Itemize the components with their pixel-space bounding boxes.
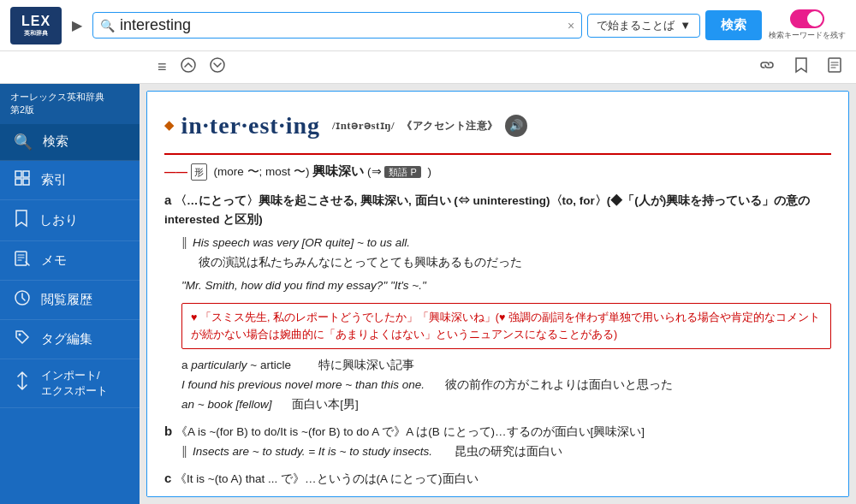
def-c-line: c 《It is ~(to A) that ... で》…というのは(A にとっ… bbox=[164, 467, 831, 489]
pos-line: —— 形 (more 〜; most 〜) 興味深い (⇒ 類語 P ) bbox=[164, 160, 831, 182]
example-5-en: an ~ book [fellow] bbox=[181, 398, 271, 411]
index-icon bbox=[14, 169, 31, 191]
search-button[interactable]: 検索 bbox=[705, 10, 762, 40]
search-input-wrapper: 🔍 × bbox=[92, 12, 582, 39]
def-a-label: a bbox=[164, 193, 171, 207]
def-c-label: c bbox=[164, 471, 171, 485]
audio-button[interactable]: 🔊 bbox=[505, 115, 527, 137]
note-text: 「スミス先生, 私のレポートどうでしたか」「興味深いね」(♥ 強調の副詞を伴わず… bbox=[191, 311, 820, 341]
example-4-en: I found his previous novel more ~ than t… bbox=[181, 378, 425, 391]
meaning-main-text: 興味深い bbox=[312, 163, 364, 178]
sidebar-title: オーレックス英和辞典 第2版 bbox=[0, 84, 140, 124]
page-button[interactable] bbox=[823, 55, 846, 80]
example-1-jp: 彼の演説は私たちみんなにとってとても興味あるものだった bbox=[199, 253, 831, 273]
dictionary-content[interactable]: ◆ in·ter·est·ing /ɪntərəstɪŋ/ 《アクセント注意》 … bbox=[146, 91, 849, 497]
example-4-line: I found his previous novel more ~ than t… bbox=[181, 376, 831, 395]
logo-sub-text: 英和辞典 bbox=[24, 29, 48, 38]
chevron-down-icon: ▼ bbox=[680, 19, 691, 32]
svg-rect-6 bbox=[23, 179, 29, 185]
link-button[interactable] bbox=[755, 56, 779, 78]
def-b-label: b bbox=[164, 424, 172, 438]
app-logo: LEX 英和辞典 bbox=[10, 7, 62, 44]
sidebar-import-label: インポート/エクスポート bbox=[41, 368, 108, 399]
history-icon bbox=[14, 289, 31, 311]
mode-label: で始まることば bbox=[597, 18, 675, 33]
category-badge: 類語 P bbox=[384, 166, 420, 178]
tag-icon bbox=[14, 329, 31, 350]
def-b-line: b 《A is ~(for B) to do/It is ~(for B) to… bbox=[164, 420, 831, 442]
example-5-jp: 面白い本[男] bbox=[292, 398, 359, 411]
scroll-down-button[interactable] bbox=[206, 56, 229, 79]
heart-icon: ♥ bbox=[191, 311, 197, 323]
pos-dash: —— bbox=[164, 165, 187, 178]
sidebar-index-label: 索引 bbox=[41, 172, 67, 188]
entry-dot-indicator: ◆ bbox=[164, 116, 175, 136]
def-b-text: 《A is ~(for B) to do/It is ~(for B) to d… bbox=[175, 425, 645, 438]
example-6-jp: 昆虫の研究は面白い bbox=[455, 442, 562, 462]
search-input[interactable] bbox=[120, 16, 562, 34]
example-3-line: a particularly ~ article 特に興味深い記事 bbox=[181, 356, 831, 376]
main-layout: オーレックス英和辞典 第2版 🔍 検索 索引 しおり メモ bbox=[0, 84, 856, 504]
up-arrow-icon bbox=[181, 57, 196, 73]
sidebar-toggle-button[interactable]: ▶ bbox=[68, 14, 86, 37]
down-arrow-icon bbox=[210, 57, 225, 73]
search-sidebar-icon: 🔍 bbox=[14, 133, 33, 151]
bookmark-sidebar-icon bbox=[14, 209, 29, 232]
search-area: 🔍 × で始まることば ▼ 検索 bbox=[92, 10, 762, 40]
pronunciation-text: /ɪntərəstɪŋ/ bbox=[332, 116, 395, 135]
memo-icon bbox=[14, 250, 31, 271]
entry-word-heading: ◆ in·ter·est·ing /ɪntərəstɪŋ/ 《アクセント注意》 … bbox=[164, 105, 831, 146]
sidebar-item-memo[interactable]: メモ bbox=[0, 241, 140, 281]
import-export-icon bbox=[14, 371, 31, 394]
svg-point-1 bbox=[211, 58, 224, 72]
close-paren: ) bbox=[428, 165, 432, 178]
example-1-en: His speech was very [OR quite] ~ to us a… bbox=[193, 234, 410, 253]
def-a-text: 〈…にとって〉興味を起こさせる, 興味深い, 面白い (⇔ uninterest… bbox=[164, 194, 810, 227]
def-c-text: 《It is ~(to A) that ... で》…というのは(A にとって)… bbox=[175, 472, 478, 485]
bookmark-button[interactable] bbox=[791, 55, 811, 80]
accent-note-text: 《アクセント注意》 bbox=[401, 117, 498, 134]
toolbar-action-buttons bbox=[755, 55, 846, 80]
keyword-toggle[interactable] bbox=[790, 9, 824, 28]
svg-rect-5 bbox=[15, 179, 21, 185]
search-icon: 🔍 bbox=[100, 19, 115, 33]
scroll-up-button[interactable] bbox=[177, 56, 199, 79]
svg-rect-7 bbox=[15, 252, 27, 265]
sidebar-item-search[interactable]: 🔍 検索 bbox=[0, 124, 140, 161]
usage-note: ♥ 「スミス先生, 私のレポートどうでしたか」「興味深いね」(♥ 強調の副詞を伴… bbox=[181, 303, 831, 349]
example-3-jp: 特に興味深い記事 bbox=[318, 359, 414, 371]
example-2-en: "Mr. Smith, how did you find my essay?" … bbox=[181, 276, 831, 296]
svg-rect-4 bbox=[23, 171, 29, 177]
link-icon bbox=[758, 58, 776, 72]
svg-point-9 bbox=[19, 333, 21, 335]
toggle-label: 検索キーワードを残す bbox=[769, 30, 846, 41]
page-icon bbox=[827, 56, 842, 74]
toggle-area: 検索キーワードを残す bbox=[769, 9, 846, 41]
sidebar-item-tag[interactable]: タグ編集 bbox=[0, 320, 140, 359]
hamburger-menu-button[interactable]: ≡ bbox=[154, 56, 170, 78]
search-mode-select[interactable]: で始まることば ▼ bbox=[587, 14, 700, 38]
conjugation-text: (more 〜; most 〜) bbox=[214, 165, 310, 178]
red-divider bbox=[164, 153, 831, 155]
toolbar-nav-buttons: ≡ bbox=[154, 56, 229, 79]
svg-point-0 bbox=[181, 58, 195, 72]
sidebar-item-history[interactable]: 閲覧履歴 bbox=[0, 281, 140, 320]
clear-button[interactable]: × bbox=[568, 19, 574, 33]
example-1: ‖ His speech was very [OR quite] ~ to us… bbox=[181, 234, 831, 253]
sidebar-history-label: 閲覧履歴 bbox=[41, 292, 92, 308]
sidebar-bookmark-label: しおり bbox=[39, 212, 78, 228]
example-6: ‖ Insects are ~ to study. = It is ~ to s… bbox=[181, 442, 831, 462]
entry-word-text: in·ter·est·ing bbox=[181, 105, 321, 146]
sidebar-item-index[interactable]: 索引 bbox=[0, 161, 140, 200]
logo-lex-text: LEX bbox=[21, 14, 51, 29]
top-bar: LEX 英和辞典 ▶ 🔍 × で始まることば ▼ 検索 検索キーワードを残す bbox=[0, 0, 856, 51]
sidebar-item-bookmark[interactable]: しおり bbox=[0, 200, 140, 241]
arrow-symbol: (⇒ bbox=[367, 165, 384, 178]
sidebar-item-import[interactable]: インポート/エクスポート bbox=[0, 359, 140, 408]
sidebar-search-label: 検索 bbox=[43, 133, 68, 150]
example-4-jp: 彼の前作の方がこれよりは面白いと思った bbox=[445, 378, 673, 391]
secondary-toolbar: ≡ bbox=[0, 51, 856, 84]
sidebar: オーレックス英和辞典 第2版 🔍 検索 索引 しおり メモ bbox=[0, 84, 140, 504]
content-area: ◆ in·ter·est·ing /ɪntərəstɪŋ/ 《アクセント注意》 … bbox=[140, 84, 856, 504]
bookmark-icon bbox=[794, 56, 808, 74]
